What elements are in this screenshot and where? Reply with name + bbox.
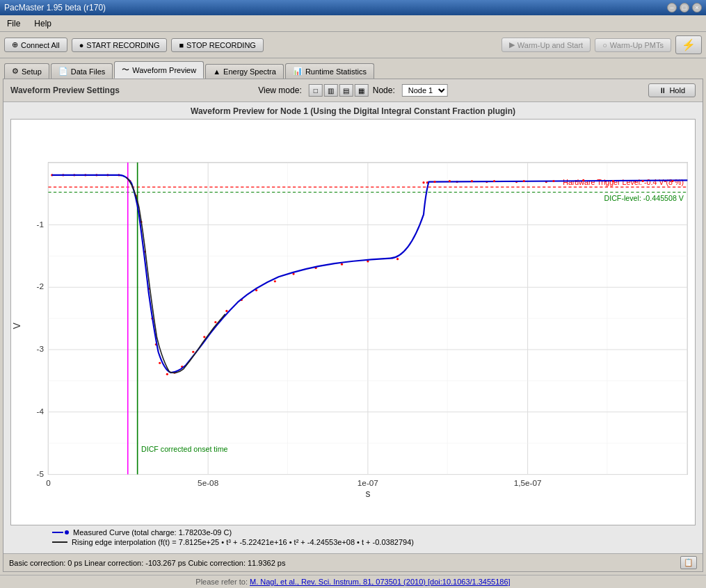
tab-setup[interactable]: ⚙ Setup [4,63,49,79]
svg-point-68 [396,258,399,260]
stop-recording-button[interactable]: ■ STOP RECORDING [171,38,264,52]
export-button[interactable]: 📋 [680,556,697,569]
setup-icon: ⚙ [12,67,19,76]
svg-point-78 [422,181,424,183]
node-selector[interactable]: Node 1 [402,84,448,97]
view-mode-3[interactable]: ▤ [339,84,353,97]
svg-text:-2: -2 [37,281,44,291]
svg-text:-4: -4 [37,407,45,416]
svg-text:-3: -3 [37,344,45,353]
menu-help[interactable]: Help [30,17,56,30]
status-text: Basic correction: 0 ps Linear correction… [9,559,285,567]
svg-text:1e-07: 1e-07 [358,478,378,487]
menu-file[interactable]: File [3,17,24,30]
svg-point-82 [493,180,495,182]
svg-point-58 [203,336,205,338]
svg-text:5e-08: 5e-08 [198,478,219,487]
svg-point-80 [449,180,451,182]
tab-waveform-preview[interactable]: 〜 Waveform Preview [114,61,204,79]
svg-text:-5: -5 [37,469,45,478]
menubar: File Help [0,15,706,32]
svg-point-83 [523,180,525,182]
energy-icon: ▲ [213,67,220,76]
svg-text:0: 0 [46,478,51,487]
title-bar: PacMaster 1.95 beta (r170) – □ × [0,0,706,15]
minimize-button[interactable]: – [667,3,677,13]
svg-point-60 [225,310,227,312]
settings-title: Waveform Preview Settings [10,85,120,95]
legend-area: Measured Curve (total charge: 1.78203e-0… [10,525,696,550]
waveform-icon: 〜 [122,65,129,75]
svg-point-54 [166,373,168,375]
view-mode-1[interactable]: □ [309,84,323,97]
view-mode-2[interactable]: ▥ [324,84,338,97]
tab-energy-spectra[interactable]: ▲ Energy Spectra [205,64,284,79]
svg-point-81 [471,180,473,182]
record-icon: ● [79,41,84,49]
svg-text:-1: -1 [37,220,44,229]
app-title: PacMaster 1.95 beta (r170) [4,3,106,13]
warmup-start-icon: ▶ [509,40,515,49]
svg-point-85 [582,179,584,181]
svg-text:1,5e-07: 1,5e-07 [514,478,542,487]
warmup-pmts-button[interactable]: ○ Warm-Up PMTs [595,38,671,52]
legend-measured: Measured Curve (total charge: 1.78203e-0… [52,528,654,537]
svg-point-59 [214,321,216,323]
tab-data-files[interactable]: 📄 Data Files [51,63,113,79]
footer-bar: Please refer to: M. Nagl, et al., Rev. S… [0,575,706,588]
svg-point-79 [433,181,435,183]
hold-icon: ⏸ [659,86,666,95]
maximize-button[interactable]: □ [680,3,689,13]
main-content: Waveform Preview Settings View mode: □ ▥… [3,79,703,572]
lightning-button[interactable]: ⚡ [675,35,702,54]
svg-point-84 [552,180,554,182]
connect-icon: ⊕ [12,40,18,49]
reference-link[interactable]: M. Nagl, et al., Rev. Sci. Instrum. 81, … [250,578,511,586]
node-label: Node: [373,85,395,95]
view-mode-label: View mode: [258,85,301,95]
warmup-pmts-icon: ○ [602,41,607,49]
settings-bar: Waveform Preview Settings View mode: □ ▥… [3,79,703,102]
toolbar: ⊕ Connect All ● START RECORDING ■ STOP R… [0,32,706,58]
view-mode-4[interactable]: ▦ [355,84,369,97]
stop-icon: ■ [179,41,184,49]
chart-container: Waveform Preview for Node 1 (Using the D… [3,102,703,553]
lightning-icon: ⚡ [682,39,696,51]
stats-icon: 📊 [293,67,303,76]
warmup-start-button[interactable]: ▶ Warm-Up and Start [502,38,591,52]
svg-point-87 [642,180,644,182]
view-mode-buttons: □ ▥ ▤ ▦ [309,84,369,97]
legend-rising-edge: Rising edge interpolation (f(t) = 7.8125… [52,538,654,546]
svg-text:s: s [365,488,370,499]
start-recording-button[interactable]: ● START RECORDING [72,38,168,52]
hold-button[interactable]: ⏸ Hold [648,83,696,97]
status-bar: Basic correction: 0 ps Linear correction… [3,553,703,571]
chart-title: Waveform Preview for Node 1 (Using the D… [10,106,696,116]
svg-point-63 [274,280,276,282]
svg-text:DICF-level: -0.445508 V: DICF-level: -0.445508 V [604,194,684,202]
tab-runtime-statistics[interactable]: 📊 Runtime Statistics [285,63,374,79]
svg-text:V: V [11,322,22,329]
connect-all-button[interactable]: ⊕ Connect All [4,38,67,52]
svg-text:DICF corrected onset time: DICF corrected onset time [141,445,228,453]
tab-bar: ⚙ Setup 📄 Data Files 〜 Waveform Preview … [0,58,706,79]
svg-point-57 [192,351,194,353]
svg-point-66 [341,263,343,266]
chart-area[interactable]: -1 -2 -3 -4 -5 V 0 5e-08 1e-07 1,5e-07 s [10,119,696,525]
svg-point-88 [671,180,673,182]
svg-point-86 [612,180,614,182]
close-button[interactable]: × [692,3,702,13]
svg-point-53 [159,362,161,364]
data-files-icon: 📄 [58,67,68,76]
